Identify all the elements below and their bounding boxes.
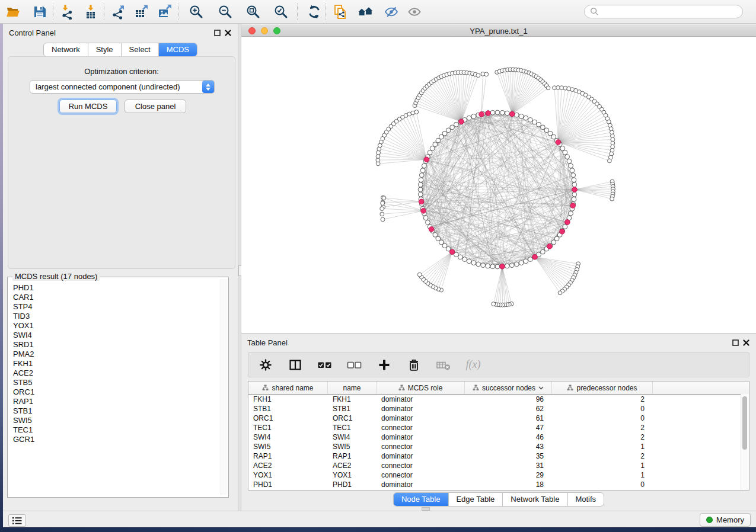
toolbar-separator [104,4,105,20]
table-row[interactable]: ACE2 ACE2 connector 31 1 [248,461,749,470]
tab-network-table[interactable]: Network Table [502,493,567,506]
toolbar-separator [178,4,179,20]
deselect-all-checkboxes-icon[interactable] [347,357,362,373]
zoom-in-icon[interactable] [188,4,204,20]
column-label: predecessor nodes [576,384,637,392]
table-row[interactable]: FKH1 FKH1 dominator 96 2 [248,395,749,404]
table-row[interactable]: PHD1 PHD1 dominator 18 0 [248,480,749,489]
zoom-fit-icon[interactable] [245,4,261,20]
mcds-node-item[interactable]: STB1 [13,406,228,416]
tab-style[interactable]: Style [88,43,121,56]
criterion-dropdown[interactable]: largest connected component (undirected) [30,80,215,94]
cell-name: STB1 [328,404,377,414]
tab-motifs[interactable]: Motifs [567,493,604,506]
table-row[interactable]: ORC1 ORC1 dominator 61 0 [248,414,749,423]
table-row[interactable]: RAP1 RAP1 dominator 35 2 [248,451,749,461]
mcds-node-item[interactable]: CAR1 [13,293,228,302]
import-table-icon[interactable] [82,4,98,20]
tab-network[interactable]: Network [44,43,88,56]
save-session-icon[interactable] [31,4,47,20]
mcds-node-item[interactable]: GCR1 [13,435,228,444]
float-panel-icon[interactable] [732,339,739,347]
table-row[interactable]: SWI5 SWI5 connector 43 1 [248,442,749,451]
cell-predecessor-nodes: 2 [552,451,653,461]
mcds-node-item[interactable]: RAP1 [13,397,228,406]
column-header-mcds-role[interactable]: MCDS role [377,382,465,394]
duplicate-network-icon[interactable] [332,4,348,20]
table-row[interactable]: STB1 STB1 dominator 62 0 [248,404,749,414]
mcds-node-item[interactable]: FKH1 [13,359,228,368]
mcds-node-item[interactable]: STB5 [13,378,228,387]
column-header-successor-nodes[interactable]: successor nodes [465,382,552,394]
cell-predecessor-nodes: 2 [552,432,653,442]
mcds-node-item[interactable]: YOX1 [13,321,228,331]
zoom-selected-icon[interactable] [273,4,289,20]
table-scrollbar[interactable] [741,394,749,490]
cell-name: YOX1 [328,470,377,480]
task-history-button[interactable] [8,514,26,527]
mcds-node-item[interactable]: SWI4 [13,331,228,340]
close-panel-icon[interactable] [224,29,232,37]
show-all-icon[interactable] [406,4,422,20]
tab-edge-table[interactable]: Edge Table [448,493,502,506]
mcds-node-item[interactable]: STP4 [13,302,228,312]
delete-table-icon [436,357,451,373]
mcds-node-item[interactable]: TEC1 [13,425,228,435]
tab-node-table[interactable]: Node Table [394,493,448,506]
cell-filler [653,480,749,489]
cell-successor-nodes: 46 [465,432,552,442]
control-panel-title: Control Panel [9,28,56,37]
memory-button[interactable]: Memory [700,513,751,527]
search-box [584,5,743,18]
add-column-icon[interactable] [377,357,392,373]
refresh-icon[interactable] [306,4,322,20]
table-tabs: Node Table Edge Table Network Table Moti… [393,492,604,507]
hide-selected-icon[interactable] [383,4,399,20]
column-label: MCDS role [408,384,443,392]
select-all-checkboxes-icon[interactable] [317,357,333,373]
mcds-node-item[interactable]: ACE2 [13,368,228,378]
close-panel-button[interactable]: Close panel [125,100,186,113]
export-table-icon[interactable] [133,4,149,20]
column-header-shared-name[interactable]: shared name [248,382,328,394]
export-image-icon[interactable] [157,4,173,20]
mcds-node-item[interactable]: SRD1 [13,340,228,350]
mcds-result-box: MCDS result (17 nodes) PHD1CAR1STP4TID3Y… [7,277,229,498]
cell-mcds-role: dominator [377,432,465,442]
first-neighbors-icon[interactable] [358,4,374,20]
search-icon [590,7,599,16]
mcds-list-scrollbar[interactable] [221,279,227,495]
table-row[interactable]: SWI4 SWI4 dominator 46 2 [248,432,749,442]
network-graph[interactable] [241,37,755,332]
cell-successor-nodes: 47 [465,423,552,432]
table-scrollbar-thumb[interactable] [742,396,747,450]
export-network-icon[interactable] [110,4,126,20]
mcds-node-item[interactable]: PMA2 [13,350,228,359]
mcds-node-item[interactable]: ORC1 [13,387,228,397]
network-title: YPA_prune.txt_1 [241,27,756,36]
cell-predecessor-nodes: 1 [552,461,653,470]
tab-select[interactable]: Select [121,43,158,56]
column-header-predecessor-nodes[interactable]: predecessor nodes [552,382,653,394]
table-settings-gear-icon[interactable] [258,357,273,373]
mcds-node-item[interactable]: TID3 [13,312,228,321]
delete-column-icon[interactable] [406,357,422,373]
search-input[interactable] [599,7,742,17]
cell-successor-nodes: 61 [465,414,552,423]
show-columns-icon[interactable] [288,357,303,373]
table-row[interactable]: YOX1 YOX1 connector 29 1 [248,470,749,480]
import-network-icon[interactable] [59,4,75,20]
close-panel-icon[interactable] [742,339,750,347]
cell-filler [653,451,749,461]
open-file-icon[interactable] [5,4,21,20]
mcds-node-item[interactable]: PHD1 [13,283,228,293]
table-header-row: shared name name MCDS role successor nod… [248,382,749,395]
zoom-out-icon[interactable] [217,4,233,20]
tab-mcds[interactable]: MCDS [158,43,197,56]
mcds-node-item[interactable]: SWI5 [13,416,228,425]
table-row[interactable]: TEC1 TEC1 connector 47 2 [248,423,749,432]
network-canvas[interactable] [241,37,756,334]
run-mcds-button[interactable]: Run MCDS [59,100,117,113]
float-panel-icon[interactable] [213,29,221,37]
column-header-name[interactable]: name [328,382,377,394]
